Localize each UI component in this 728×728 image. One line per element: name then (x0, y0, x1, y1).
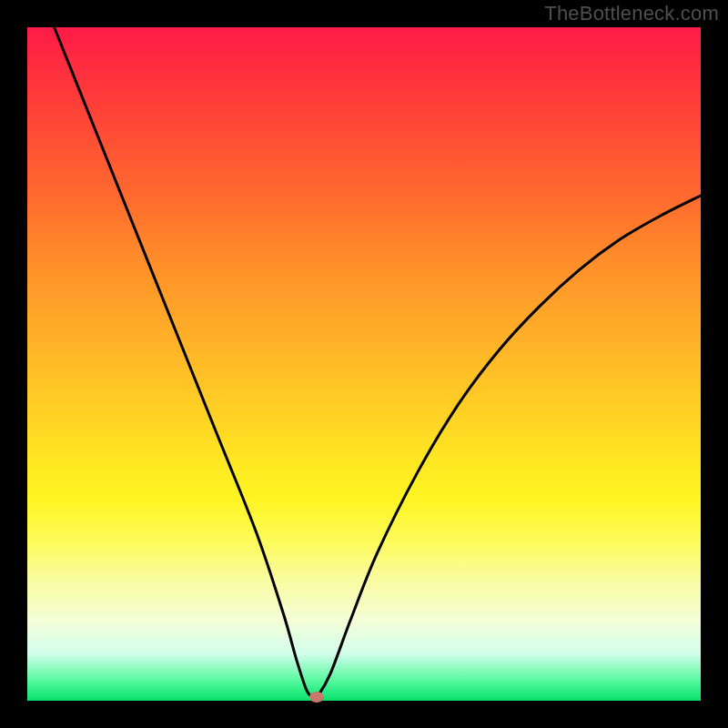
plot-area (27, 27, 701, 701)
watermark-text: TheBottleneck.com (544, 2, 719, 25)
minimum-marker (309, 692, 324, 703)
bottleneck-curve (27, 27, 701, 701)
chart-frame: TheBottleneck.com (0, 0, 728, 728)
